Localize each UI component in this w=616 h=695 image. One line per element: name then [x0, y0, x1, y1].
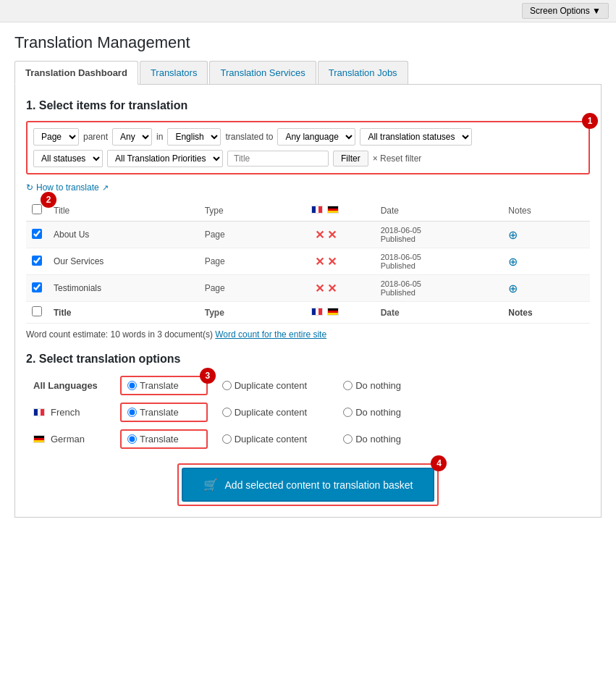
duplicate-label-de: Duplicate content: [235, 434, 307, 445]
nothing-option-fr: Do nothing: [343, 407, 401, 418]
row-date-2: 2018-06-05 Published: [375, 248, 503, 275]
step-badge-4: 4: [431, 455, 447, 471]
de-status-2: ✕: [327, 256, 337, 268]
row-notes-1[interactable]: ⊕: [502, 222, 590, 248]
duplicate-radio-de[interactable]: [222, 434, 232, 444]
all-languages-radios: Translate 3 Duplicate content Do nothing: [120, 376, 423, 395]
cart-icon: 🛒: [203, 478, 218, 492]
in-label: in: [156, 132, 163, 142]
row-title-2: Our Services: [48, 248, 199, 275]
help-icon: ↻: [26, 182, 33, 193]
row-type-3: Page: [199, 275, 277, 302]
translate-radio-fr[interactable]: [127, 408, 137, 417]
tab-dashboard[interactable]: Translation Dashboard: [14, 61, 138, 85]
tab-jobs[interactable]: Translation Jobs: [318, 61, 408, 84]
notes-icon-2[interactable]: ⊕: [508, 256, 518, 268]
german-flag-icon: [327, 206, 339, 214]
translate-box-alllang: Translate: [120, 376, 208, 395]
french-flag-footer: [311, 308, 323, 316]
row-notes-3[interactable]: ⊕: [502, 275, 590, 302]
word-count-link[interactable]: Word count for the entire site: [215, 329, 326, 340]
nothing-radio-all[interactable]: [343, 381, 353, 390]
notes-icon-3[interactable]: ⊕: [508, 282, 518, 295]
row-notes-2[interactable]: ⊕: [502, 248, 590, 275]
row-checkbox-2[interactable]: [32, 256, 42, 266]
de-status-1: ✕: [327, 229, 337, 241]
priorities-select[interactable]: All Translation Priorities: [107, 150, 223, 167]
table-row: Our Services Page ✕ ✕ 2018-06-05 Publish…: [26, 248, 590, 275]
translate-label-all: Translate: [140, 380, 179, 391]
row-title-1: About Us: [48, 222, 199, 248]
all-statuses-select[interactable]: All translation statuses: [360, 128, 472, 146]
translate-radio-all[interactable]: [127, 381, 137, 390]
step-badge-1: 1: [582, 113, 598, 129]
translated-to-label: translated to: [225, 132, 273, 142]
row-type-1: Page: [199, 222, 277, 248]
french-row: French Translate Duplicate content: [26, 403, 590, 422]
row-flags-3: ✕ ✕: [277, 275, 374, 302]
de-status-3: ✕: [327, 282, 337, 295]
fr-status-2: ✕: [315, 256, 324, 268]
parent-select[interactable]: Any: [112, 128, 152, 146]
nothing-radio-de[interactable]: [343, 434, 353, 444]
basket-button-section: 🛒 Add selected content to translation ba…: [26, 463, 590, 506]
notes-icon-1[interactable]: ⊕: [508, 229, 518, 241]
row-checkbox-3[interactable]: [32, 282, 42, 292]
screen-options-button[interactable]: Screen Options ▼: [522, 3, 609, 19]
nothing-label-fr: Do nothing: [355, 407, 401, 418]
filter-row-1: Page parent Any in English translated to…: [33, 128, 583, 146]
any-language-select[interactable]: Any language: [277, 128, 355, 146]
german-radios: Translate Duplicate content Do nothing: [120, 429, 423, 449]
help-link-label: How to translate: [36, 182, 99, 193]
translate-radio-de[interactable]: [127, 434, 137, 444]
reset-filter-link[interactable]: × Reset filter: [373, 153, 422, 164]
content-type-select[interactable]: Page: [33, 128, 79, 146]
nothing-label-all: Do nothing: [355, 380, 401, 391]
tab-services[interactable]: Translation Services: [209, 61, 316, 84]
section2-title: 2. Select translation options: [26, 353, 590, 366]
fr-status-3: ✕: [315, 282, 324, 295]
french-flag-option: [33, 408, 45, 416]
row-checkbox-1[interactable]: [32, 229, 42, 239]
table-row: Testimonials Page ✕ ✕ 2018-06-05 Publish…: [26, 275, 590, 302]
french-radios: Translate Duplicate content Do nothing: [120, 403, 423, 422]
basket-btn-label: Add selected content to translation bask…: [225, 479, 413, 491]
col-notes-footer: Notes: [502, 302, 590, 324]
title-filter-input[interactable]: [227, 151, 329, 167]
col-notes-header: Notes: [502, 200, 590, 222]
select-all-footer-checkbox[interactable]: [32, 306, 42, 316]
duplicate-label-all: Duplicate content: [235, 380, 307, 391]
filter-button[interactable]: Filter: [333, 151, 368, 167]
how-to-translate-link[interactable]: ↻ How to translate ↗: [26, 182, 109, 193]
tab-translators[interactable]: Translators: [140, 61, 208, 84]
section1-title: 1. Select items for translation: [26, 99, 590, 112]
row-flags-2: ✕ ✕: [277, 248, 374, 275]
col-date-footer: Date: [375, 302, 503, 324]
duplicate-radio-fr[interactable]: [222, 408, 232, 417]
content-area: 1. Select items for translation Page par…: [14, 85, 602, 518]
col-type-header: Type: [199, 200, 277, 222]
select-all-checkbox[interactable]: [32, 204, 42, 214]
step-badge-2: 2: [41, 192, 56, 208]
table-row: About Us Page ✕ ✕ 2018-06-05 Published ⊕: [26, 222, 590, 248]
page-title: Translation Management: [14, 33, 602, 52]
french-flag-header: [311, 206, 323, 214]
german-flag-option: [33, 435, 45, 443]
all-languages-row: All Languages Translate 3: [26, 376, 590, 395]
external-link-icon: ↗: [102, 183, 109, 193]
col-flags-footer: [277, 302, 374, 324]
col-type-footer: Type: [199, 302, 277, 324]
language-select[interactable]: English: [167, 128, 221, 146]
row-title-3: Testimonials: [48, 275, 199, 302]
tab-bar: Translation Dashboard Translators Transl…: [14, 61, 602, 85]
add-to-basket-button[interactable]: 🛒 Add selected content to translation ba…: [182, 468, 435, 502]
french-lang-label: French: [51, 407, 80, 418]
duplicate-option-de: Duplicate content: [222, 434, 307, 445]
duplicate-radio-all[interactable]: [222, 381, 232, 390]
translate-box-fr: Translate: [120, 403, 208, 422]
status-select[interactable]: All statuses: [33, 150, 103, 167]
nothing-option-de: Do nothing: [343, 434, 401, 445]
filter-bar: Page parent Any in English translated to…: [26, 121, 590, 174]
nothing-option-all: Do nothing: [343, 380, 401, 391]
nothing-radio-fr[interactable]: [343, 408, 353, 417]
